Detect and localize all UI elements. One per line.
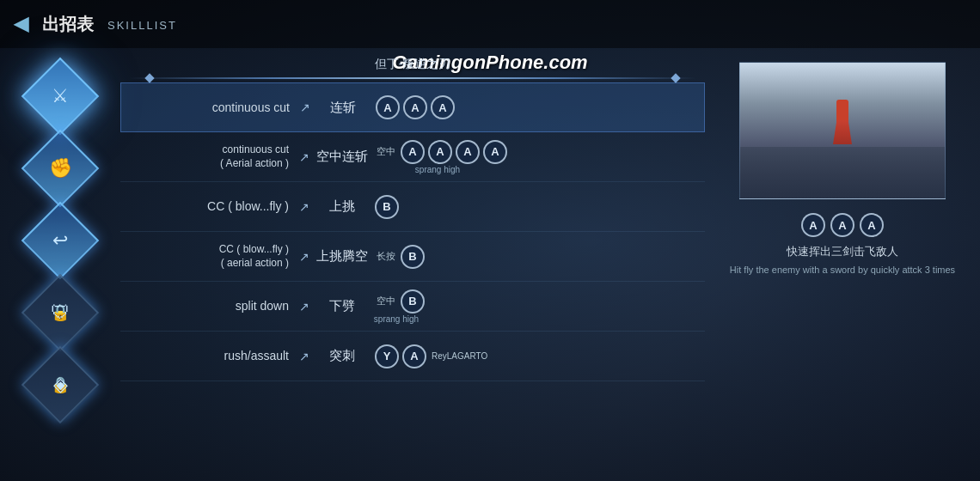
btn-b: B <box>375 195 399 219</box>
sidebar-item-hook[interactable]: ↩ <box>29 210 91 271</box>
header: ◀ 出招表 SKILLLIST <box>0 0 980 48</box>
btn-a-2: A <box>428 140 452 164</box>
arrow-icon: ↗ <box>300 100 310 114</box>
rey-tag: ReyLAGARTO <box>432 351 487 361</box>
combo-desc-cn: 快速挥出三剑击飞敌人 <box>719 244 966 259</box>
skill-buttons-split-wrap: 空中 B sprang high <box>368 289 425 324</box>
skill-row-cc-blow-fly[interactable]: CC ( blow...fly ) ↗ 上挑 B <box>120 182 705 232</box>
skill-buttons-cc: B <box>375 195 399 219</box>
skill-buttons-rush: Y A ReyLAGARTO <box>375 344 489 368</box>
skill-name-en-continuous-cut: continuous cut <box>128 100 300 115</box>
btn-a-4: A <box>483 140 507 164</box>
sword-icon: ⚔ <box>52 85 69 107</box>
sidebar-item-gauntlet[interactable]: ✊ <box>29 137 91 199</box>
combo-display: A A A 快速挥出三剑击飞敌人 Hit fly the enemy with … <box>719 213 966 277</box>
sidebar-item-sword[interactable]: ⚔ <box>29 65 91 127</box>
skill-buttons-aerial-wrap: 空中 A A A A sprang high <box>368 140 507 174</box>
skill-row-continuous-cut[interactable]: continuous cut ↗ 连斩 A A A <box>120 82 705 132</box>
skill-name-en-cc: CC ( blow...fly ) <box>127 198 299 214</box>
btn-y: Y <box>375 344 399 368</box>
header-title-en: SKILLLIST <box>107 19 177 32</box>
skill-row-continuous-cut-aerial[interactable]: continuous cut( Aerial action ) ↗ 空中连斩 空… <box>120 132 705 182</box>
skill-name-en-aerial: continuous cut( Aerial action ) <box>127 143 299 170</box>
skill-row-split-down[interactable]: split down ↗ 下劈 空中 B sprang high <box>120 282 705 332</box>
skill-name-cn-cc-aerial: 上挑腾空 <box>316 248 368 265</box>
skill-buttons-aerial: 空中 A A A A <box>375 140 507 164</box>
btn-a-3: A <box>456 140 480 164</box>
orb-icon: ◈ <box>53 374 68 396</box>
skill-table: continuous cut ↗ 连斩 A A A continuous cut… <box>120 82 705 381</box>
arrow-icon-6: ↗ <box>299 350 309 363</box>
right-panel: A A A 快速挥出三剑击飞敌人 Hit fly the enemy with … <box>705 48 980 481</box>
btn-b-2: B <box>401 245 425 269</box>
combo-btn-a2: A <box>830 213 854 237</box>
arrow-icon-2: ↗ <box>299 150 309 164</box>
divider <box>129 77 696 79</box>
preview-box <box>739 62 946 199</box>
skill-name-cn-aerial: 空中连斩 <box>316 149 368 165</box>
skill-name-cn-rush: 突刺 <box>316 348 368 364</box>
skill-row-cc-aerial[interactable]: CC ( blow...fly )( aerial action ) ↗ 上挑腾… <box>120 232 705 282</box>
preview-ground <box>740 147 945 198</box>
combo-btn-a1: A <box>801 213 825 237</box>
skill-name-en-cc-aerial: CC ( blow...fly )( aerial action ) <box>127 243 299 270</box>
btn-b-3: B <box>401 289 425 314</box>
back-button[interactable]: ◀ <box>14 13 28 35</box>
btn-a2: A <box>403 95 427 119</box>
skill-row-rush[interactable]: rush/assault ↗ 突刺 Y A ReyLAGARTO <box>120 332 705 381</box>
hook-icon: ↩ <box>52 229 68 252</box>
prefix-tag-2: 长按 <box>377 250 395 263</box>
combo-btn-a3: A <box>860 213 884 237</box>
skill-buttons-continuous-cut: A A A <box>376 95 455 119</box>
prefix-tag-3: 空中 <box>377 295 395 307</box>
shield-icon: 🛡 <box>51 301 70 324</box>
skill-name-en-split: split down <box>127 298 299 314</box>
btn-a-rush: A <box>402 344 426 368</box>
skill-name-cn-split: 下劈 <box>316 298 368 314</box>
gauntlet-icon: ✊ <box>49 157 72 180</box>
skill-buttons-split: 空中 B <box>375 289 425 314</box>
left-sidebar: ⚔ ✊ ↩ 🛡 🔒 ◈ 🔒 <box>0 48 120 481</box>
arrow-icon-3: ↗ <box>299 200 309 214</box>
main-content: 但丁-叛逆之刃 continuous cut ↗ 连斩 A A A contin… <box>120 48 705 481</box>
char-name-bar: 但丁-叛逆之刃 <box>120 57 705 72</box>
arrow-icon-4: ↗ <box>299 250 309 264</box>
btn-a-1: A <box>401 140 425 164</box>
btn-a: A <box>376 95 400 119</box>
skill-name-cn-cc: 上挑 <box>316 198 368 215</box>
skill-name-en-rush: rush/assault <box>127 348 299 363</box>
preview-character <box>830 100 854 151</box>
sidebar-item-orb[interactable]: ◈ 🔒 <box>29 354 91 416</box>
header-title-cn: 出招表 <box>42 13 94 36</box>
sprang-note-aerial: sprang high <box>368 165 507 174</box>
btn-a3: A <box>431 95 455 119</box>
sidebar-item-shield[interactable]: 🛡 🔒 <box>29 282 91 344</box>
arrow-icon-5: ↗ <box>299 300 309 314</box>
sprang-note-split: sprang high <box>368 314 425 324</box>
combo-buttons: A A A <box>719 213 966 237</box>
prefix-tag: 空中 <box>377 145 395 158</box>
skill-buttons-cc-aerial: 长按 B <box>375 245 425 269</box>
combo-desc-en: Hit fly the enemy with a sword by quickl… <box>719 263 966 277</box>
skill-name-cn-continuous-cut: 连斩 <box>317 100 369 116</box>
